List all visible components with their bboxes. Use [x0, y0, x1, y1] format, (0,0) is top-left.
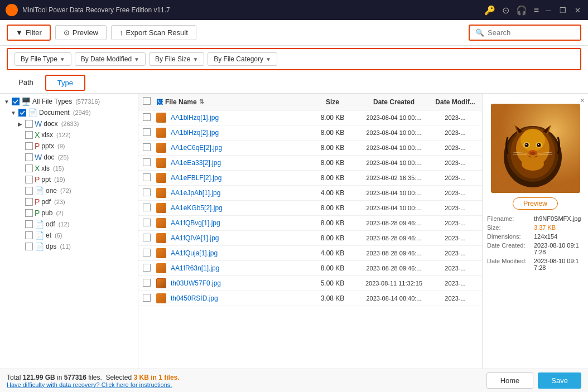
- file-name[interactable]: th0450RSID.jpg: [171, 294, 310, 302]
- file-modified: 2023-...: [433, 265, 478, 272]
- file-name[interactable]: AA1eJpAb[1].jpg: [171, 189, 310, 197]
- table-row[interactable]: AA1fQIVA[1].jpg 8.00 KB 2023-08-28 09:46…: [138, 231, 482, 246]
- file-created: 2023-08-04 10:00:...: [355, 144, 433, 151]
- filter-button[interactable]: ▼ Filter: [7, 25, 51, 41]
- pptx-checkbox[interactable]: [25, 142, 33, 150]
- tree-dps[interactable]: ▶ 📄 dps (11): [0, 241, 138, 252]
- file-thumbnail: [156, 173, 166, 183]
- file-name[interactable]: AA1fR63n[1].jpg: [171, 264, 310, 272]
- file-name[interactable]: AA1eKGb5[2].jpg: [171, 204, 310, 212]
- file-list-header: 🖼 File Name ⇅ Size Date Created Date Mod…: [138, 94, 482, 110]
- table-row[interactable]: th03UW57F0.jpg 5.00 KB 2023-08-11 11:32:…: [138, 276, 482, 291]
- tree-docx[interactable]: ▶ W docx (2633): [0, 118, 138, 129]
- sort-icon[interactable]: ⇅: [199, 98, 204, 105]
- close-button[interactable]: ✕: [572, 5, 582, 15]
- dps-checkbox[interactable]: [25, 243, 33, 250]
- file-rows: AA1blHzq[1].jpg 8.00 KB 2023-08-04 10:00…: [138, 110, 482, 369]
- table-row[interactable]: AA1fQBvg[1].jpg 8.00 KB 2023-08-28 09:46…: [138, 216, 482, 231]
- xls-icon: X: [35, 164, 40, 173]
- pub-checkbox[interactable]: [25, 209, 33, 217]
- home-button[interactable]: Home: [486, 372, 534, 389]
- table-row[interactable]: AA1eJpAb[1].jpg 4.00 KB 2023-08-04 10:00…: [138, 186, 482, 201]
- save-button[interactable]: Save: [538, 372, 581, 389]
- file-name[interactable]: AA1fQIVA[1].jpg: [171, 234, 310, 242]
- file-size: 8.00 KB: [310, 129, 355, 137]
- filter-by-date[interactable]: By Date Modified ▼: [75, 52, 146, 66]
- meta-filename-row: Filename: th9NF0SMFX.jpg: [487, 215, 584, 222]
- tree-et[interactable]: ▶ 📄 et (6): [0, 230, 138, 241]
- file-name[interactable]: AA1eC6qE[2].jpg: [171, 144, 310, 152]
- tree-xlsx[interactable]: ▶ X xlsx (122): [0, 129, 138, 141]
- tree-doc[interactable]: ▶ W doc (25): [0, 152, 138, 163]
- preview-action-button[interactable]: Preview: [513, 197, 558, 210]
- tree-one[interactable]: ▶ 📄 one (72): [0, 185, 138, 196]
- export-button[interactable]: ↑ Export Scan Result: [111, 25, 196, 40]
- tree-xls[interactable]: ▶ X xls (15): [0, 163, 138, 174]
- file-name[interactable]: AA1blHzq[2].jpg: [171, 129, 310, 137]
- table-row[interactable]: AA1fQuja[1].jpg 4.00 KB 2023-08-28 09:46…: [138, 246, 482, 261]
- file-name[interactable]: AA1eFBLF[2].jpg: [171, 174, 310, 182]
- odf-checkbox[interactable]: [25, 220, 33, 228]
- table-row[interactable]: AA1eC6qE[2].jpg 8.00 KB 2023-08-04 10:00…: [138, 141, 482, 156]
- tree-document[interactable]: ▼ 📄 Document (2949): [0, 107, 138, 118]
- xlsx-checkbox[interactable]: [25, 131, 33, 139]
- svg-point-10: [524, 143, 528, 147]
- tree-ppt[interactable]: ▶ P ppt (19): [0, 174, 138, 185]
- table-row[interactable]: AA1eEa33[2].jpg 8.00 KB 2023-08-04 10:00…: [138, 156, 482, 171]
- preview-image: [491, 104, 580, 193]
- et-checkbox[interactable]: [25, 231, 33, 239]
- preview-button[interactable]: ⊙ Preview: [55, 25, 107, 40]
- table-row[interactable]: AA1eFBLF[2].jpg 8.00 KB 2023-08-02 16:35…: [138, 171, 482, 186]
- minimize-button[interactable]: ─: [543, 5, 553, 15]
- table-row[interactable]: AA1blHzq[1].jpg 8.00 KB 2023-08-04 10:00…: [138, 110, 482, 125]
- help-link[interactable]: Have difficulty with data recovery? Clic…: [7, 381, 180, 388]
- tree-odf[interactable]: ▶ 📄 odf (12): [0, 219, 138, 230]
- table-row[interactable]: AA1eKGb5[2].jpg 8.00 KB 2023-08-04 10:00…: [138, 201, 482, 216]
- computer-icon: 🖥️: [21, 97, 31, 106]
- restore-button[interactable]: ❒: [558, 5, 568, 15]
- file-name[interactable]: AA1fQuja[1].jpg: [171, 249, 310, 257]
- headphones-icon[interactable]: 🎧: [516, 5, 527, 16]
- selected-count: 1: [158, 374, 162, 381]
- tree-root[interactable]: ▼ 🖥️ All File Types (577316): [0, 96, 138, 107]
- doc-checkbox[interactable]: [25, 153, 33, 161]
- filter-by-category[interactable]: By File Category ▼: [208, 52, 277, 66]
- filter-by-size[interactable]: By File Size ▼: [149, 52, 204, 66]
- table-row[interactable]: AA1blHzq[2].jpg 8.00 KB 2023-08-04 10:00…: [138, 125, 482, 141]
- table-row[interactable]: th0450RSID.jpg 3.08 KB 2023-08-14 08:40:…: [138, 291, 482, 306]
- toolbar: ▼ Filter ⊙ Preview ↑ Export Scan Result …: [0, 20, 588, 46]
- docx-checkbox[interactable]: [25, 120, 33, 128]
- file-list: 🖼 File Name ⇅ Size Date Created Date Mod…: [138, 94, 482, 369]
- file-size: 3.08 KB: [310, 294, 355, 302]
- file-name[interactable]: th03UW57F0.jpg: [171, 279, 310, 287]
- file-thumbnail: [156, 158, 166, 168]
- status-text: Total 121.99 GB in 577316 files. Selecte…: [7, 374, 180, 381]
- document-checkbox[interactable]: [18, 109, 26, 117]
- close-preview-icon[interactable]: ×: [580, 96, 585, 105]
- file-name[interactable]: AA1eEa33[2].jpg: [171, 159, 310, 167]
- key-icon[interactable]: 🔑: [484, 5, 495, 16]
- menu-icon[interactable]: ≡: [534, 5, 539, 15]
- circle-icon[interactable]: ⊙: [502, 5, 509, 16]
- file-size: 8.00 KB: [310, 204, 355, 212]
- file-modified: 2023-...: [433, 295, 478, 302]
- search-input[interactable]: [488, 28, 577, 37]
- tree-pptx[interactable]: ▶ P pptx (9): [0, 141, 138, 152]
- one-checkbox[interactable]: [25, 187, 33, 195]
- tab-bar: Path Type: [0, 72, 588, 94]
- tree-pdf[interactable]: ▶ P pdf (23): [0, 196, 138, 207]
- total-files: 577316: [64, 374, 86, 381]
- root-checkbox[interactable]: [12, 98, 20, 105]
- tab-type[interactable]: Type: [45, 75, 85, 91]
- pdf-checkbox[interactable]: [25, 198, 33, 206]
- table-row[interactable]: AA1fR63n[1].jpg 8.00 KB 2023-08-28 09:46…: [138, 261, 482, 276]
- file-name[interactable]: AA1blHzq[1].jpg: [171, 114, 310, 122]
- tree-pub[interactable]: ▶ P pub (2): [0, 207, 138, 219]
- file-modified: 2023-...: [433, 159, 478, 166]
- xls-checkbox[interactable]: [25, 164, 33, 172]
- tab-path[interactable]: Path: [7, 75, 45, 91]
- ppt-checkbox[interactable]: [25, 176, 33, 183]
- filter-by-type[interactable]: By File Type ▼: [15, 52, 71, 66]
- meta-created-row: Date Created: 2023-08-10 09:17:28: [487, 242, 584, 255]
- file-name[interactable]: AA1fQBvg[1].jpg: [171, 219, 310, 227]
